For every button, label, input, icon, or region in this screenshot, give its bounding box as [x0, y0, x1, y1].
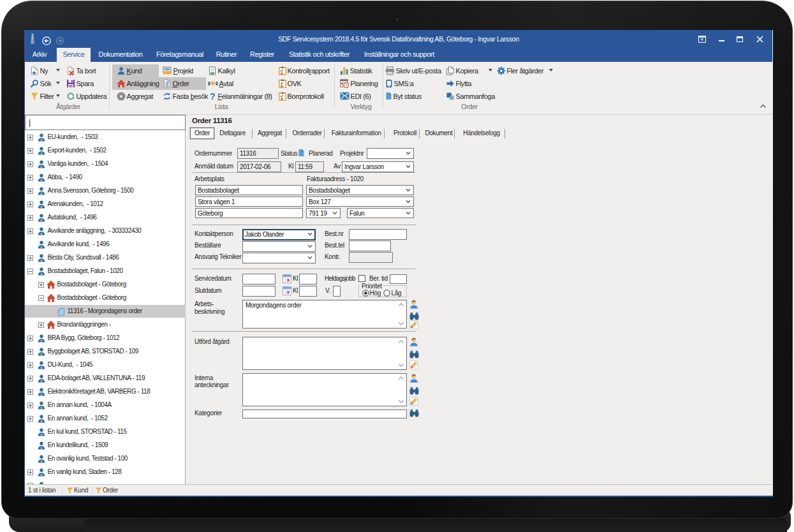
svg-text:?: ? — [210, 92, 215, 101]
